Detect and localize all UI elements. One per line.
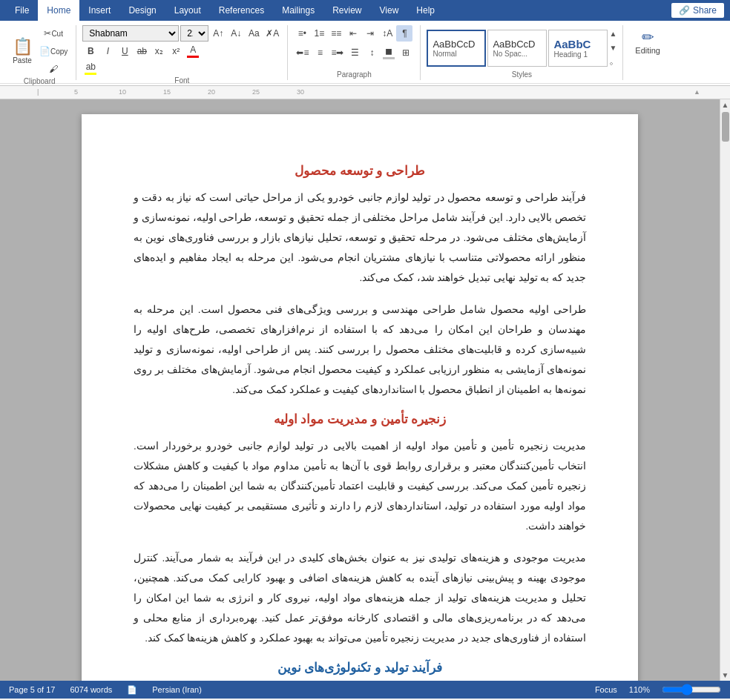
format-painter-icon: 🖌 (49, 64, 58, 74)
multilevel-icon: ≡≡ (331, 28, 341, 39)
styles-label: Styles (512, 70, 532, 80)
align-right-icon: ≡➡ (331, 47, 343, 58)
styles-scroll-up[interactable]: ▲ (609, 30, 616, 38)
increase-indent-icon: ⇥ (366, 28, 374, 39)
justify-icon: ☰ (351, 47, 359, 58)
align-center-button[interactable]: ≡ (312, 44, 328, 61)
section1-para2: طراحی اولیه محصول شامل طراحی مهندسی و بر… (134, 300, 586, 400)
word-count: 6074 words (70, 685, 112, 694)
zoom-slider[interactable] (662, 684, 721, 696)
pilcrow-icon: ¶ (402, 28, 407, 39)
increase-indent-button[interactable]: ⇥ (362, 25, 378, 42)
main-ribbon: 📋 Paste ✂ Cut 📄 Copy 🖌 (0, 21, 730, 86)
editing-icon: ✏ (642, 28, 654, 46)
scroll-thumb[interactable] (722, 112, 729, 142)
section2-para1: مدیریت زنجیره تأمین و تأمین مواد اولیه ا… (134, 436, 586, 536)
tab-view[interactable]: View (371, 0, 408, 21)
font-name-selector[interactable]: Shabnam (82, 25, 179, 42)
tab-help[interactable]: Help (407, 0, 444, 21)
tab-mailings[interactable]: Mailings (273, 0, 323, 21)
increase-font-button[interactable]: A↑ (210, 25, 226, 42)
styles-scroll: ▲ ▼ ⬦ (609, 30, 616, 67)
decrease-indent-button[interactable]: ⇤ (345, 25, 361, 42)
tab-file[interactable]: File (6, 0, 38, 21)
underline-button[interactable]: U (116, 43, 133, 59)
bold-button[interactable]: B (82, 43, 99, 59)
borders-button[interactable]: ⊞ (398, 44, 414, 61)
sort-button[interactable]: ↕A (379, 25, 395, 42)
font-group: Shabnam 22 A↑ A↓ Aa ✗A B I U ab x₂ x² (76, 25, 288, 80)
increase-font-icon: A↑ (213, 28, 223, 39)
paste-button[interactable]: 📋 Paste (9, 30, 36, 73)
style-heading1[interactable]: AaBbC Heading 1 (548, 30, 608, 67)
copy-button[interactable]: 📄 Copy (37, 43, 70, 59)
font-color-button[interactable]: A (185, 43, 201, 59)
numbering-button[interactable]: 1≡ (311, 25, 327, 42)
section2-para2: مدیریت موجودی و هزینه‌های تولیدی نیز به … (134, 548, 586, 648)
styles-more[interactable]: ⬦ (609, 59, 616, 67)
cut-button[interactable]: ✂ Cut (37, 25, 70, 42)
section-heading-1: طراحی و توسعه محصول (134, 163, 586, 179)
document-page: طراحی و توسعه محصول فرآیند طراحی و توسعه… (82, 114, 638, 681)
clipboard-group: 📋 Paste ✂ Cut 📄 Copy 🖌 (3, 25, 76, 80)
decrease-font-button[interactable]: A↓ (228, 25, 244, 42)
align-center-icon: ≡ (318, 47, 323, 58)
share-icon: 🔗 (679, 5, 690, 16)
paragraph-label: Paragraph (337, 70, 372, 80)
tab-home[interactable]: Home (38, 0, 79, 21)
superscript-button[interactable]: x² (168, 43, 184, 59)
tab-insert[interactable]: Insert (79, 0, 119, 21)
numbering-icon: 1≡ (315, 28, 325, 39)
change-case-icon: Aa (249, 28, 260, 39)
tab-layout[interactable]: Layout (165, 0, 210, 21)
clear-format-icon: ✗A (266, 28, 279, 39)
document-container: طراحی و توسعه محصول فرآیند طراحی و توسعه… (0, 99, 730, 681)
tab-references[interactable]: References (210, 0, 273, 21)
borders-icon: ⊞ (402, 47, 410, 58)
align-left-button[interactable]: ⬅≡ (294, 44, 311, 61)
styles-scroll-down[interactable]: ▼ (609, 44, 616, 52)
share-button[interactable]: 🔗 Share (671, 3, 724, 18)
justify-button[interactable]: ☰ (346, 44, 363, 61)
editing-group: ✏ Editing (623, 25, 672, 80)
status-bar: Page 5 of 17 6074 words 📄 Persian (Iran)… (0, 681, 730, 699)
copy-icon: 📄 (39, 46, 50, 56)
style-normal[interactable]: AaBbCcD Normal (427, 30, 486, 67)
decrease-font-icon: A↓ (231, 28, 241, 39)
align-right-button[interactable]: ≡➡ (329, 44, 346, 61)
doc-icon: 📄 (127, 685, 137, 695)
focus-button[interactable]: Focus (595, 685, 617, 694)
bullets-button[interactable]: ≡• (294, 25, 310, 42)
font-size-selector[interactable]: 22 (180, 25, 208, 42)
format-painter-button[interactable]: 🖌 (37, 61, 70, 77)
decrease-indent-icon: ⇤ (349, 28, 357, 39)
vertical-scrollbar[interactable]: ▲ ▼ (720, 99, 730, 681)
multilevel-button[interactable]: ≡≡ (328, 25, 344, 42)
strikethrough-button[interactable]: ab (134, 43, 150, 59)
scroll-down-button[interactable]: ▼ (722, 671, 729, 679)
clear-format-button[interactable]: ✗A (263, 25, 281, 42)
subscript-button[interactable]: x₂ (151, 43, 167, 59)
font-label: Font (174, 76, 189, 86)
document-scroll[interactable]: طراحی و توسعه محصول فرآیند طراحی و توسعه… (0, 99, 720, 681)
sort-icon: ↕A (382, 28, 392, 39)
italic-button[interactable]: I (99, 43, 116, 59)
ribbon-tab-bar: File Home Insert Design Layout Reference… (0, 0, 730, 21)
section-heading-2: زنجیره تأمین و مدیریت مواد اولیه (134, 412, 586, 427)
tab-design[interactable]: Design (119, 0, 165, 21)
change-case-button[interactable]: Aa (246, 25, 262, 42)
bullets-icon: ≡• (298, 28, 306, 39)
line-spacing-button[interactable]: ↕ (364, 44, 380, 61)
highlight-color-button[interactable]: ab (82, 60, 99, 76)
style-no-spacing[interactable]: AaBbCcD No Spac... (487, 30, 547, 67)
line-spacing-icon: ↕ (369, 47, 374, 58)
scroll-up-button[interactable]: ▲ (722, 101, 729, 109)
cut-icon: ✂ (44, 28, 51, 39)
language: Persian (Iran) (152, 685, 202, 694)
align-left-icon: ⬅≡ (296, 47, 309, 58)
show-hide-button[interactable]: ¶ (396, 25, 412, 42)
shading-button[interactable]: ◼ (381, 44, 397, 61)
ruler: | 5 10 15 20 25 30 ▲ (0, 86, 730, 99)
tab-review[interactable]: Review (323, 0, 370, 21)
page-info: Page 5 of 17 (9, 685, 55, 694)
